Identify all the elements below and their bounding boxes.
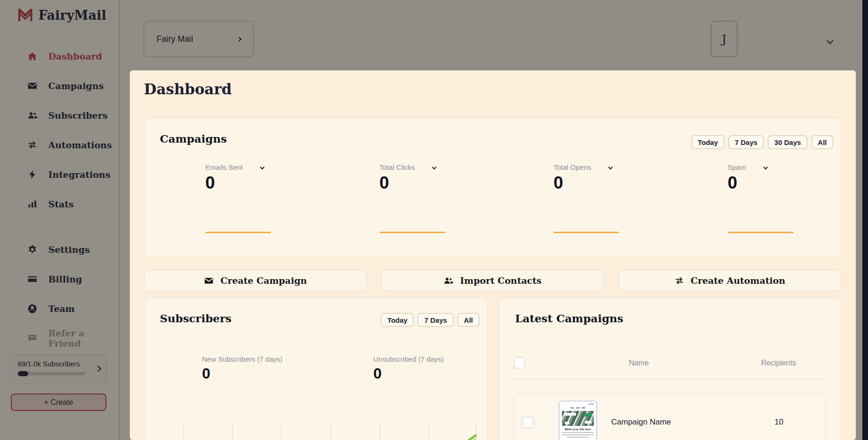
fairymail-logo-icon	[16, 6, 35, 24]
window-edge-strip	[862, 0, 868, 440]
subscriber-usage-progressbar	[18, 372, 85, 375]
stat-value: 0	[554, 173, 667, 193]
filter-all-button[interactable]: All	[811, 135, 833, 149]
bolt-icon	[27, 169, 37, 180]
sidebar-item-label: Dashboard	[48, 51, 102, 61]
filter-7days-button[interactable]: 7 Days	[728, 135, 764, 149]
avatar-initial: J	[722, 32, 726, 46]
filter-30days-button[interactable]: 30 Days	[768, 135, 808, 149]
sidebar-item-label: Refer a Friend	[48, 328, 119, 349]
sidebar-item-label: Stats	[48, 199, 74, 209]
person-icon	[27, 303, 37, 314]
campaign-thumbnail: Write your title here	[559, 401, 597, 440]
stat-value: 0	[205, 173, 319, 193]
metric-chevron-down-icon[interactable]	[432, 165, 437, 170]
gear-icon	[27, 244, 37, 255]
chevron-right-icon	[237, 37, 242, 41]
sidebar-section-gap	[0, 223, 119, 239]
create-automation-button[interactable]: Create Automation	[618, 270, 841, 291]
stat-value: 0	[728, 173, 841, 193]
main-content-panel: Dashboard Campaigns Today 7 Days 30 Days…	[130, 70, 856, 440]
stat-label: Total Clicks	[380, 163, 415, 171]
sidebar-item-label: Settings	[48, 244, 90, 255]
subscriber-usage-label: 69/1.0k Subscribers	[18, 360, 100, 368]
sidebar-item-refer-a-friend[interactable]: Refer a Friend	[0, 328, 119, 349]
campaign-recipients: 10	[751, 417, 807, 427]
campaigns-card-title: Campaigns	[160, 132, 227, 145]
subscribers-chart	[156, 416, 477, 440]
brand-logo[interactable]: FairyMail	[16, 6, 106, 24]
credit-card-icon	[27, 274, 37, 284]
table-divider	[514, 379, 828, 379]
column-header-name: Name	[611, 359, 667, 367]
sidebar-item-label: Team	[48, 303, 75, 314]
sidebar: FairyMail Dashboard Campaigns Subscriber…	[0, 0, 120, 440]
filter-7days-button[interactable]: 7 Days	[418, 313, 453, 327]
action-label: Create Campaign	[220, 275, 307, 286]
metric-chevron-down-icon[interactable]	[608, 165, 613, 170]
filter-today-button[interactable]: Today	[691, 135, 725, 149]
account-menu-chevron-down-icon[interactable]	[827, 38, 833, 44]
create-campaign-button[interactable]: Create Campaign	[144, 270, 367, 291]
workspace-selector[interactable]: Fairy Mail	[143, 21, 254, 57]
sidebar-item-label: Subscribers	[48, 110, 107, 121]
sidebar-item-team[interactable]: Team	[0, 298, 119, 319]
stat-value: 0	[202, 365, 316, 382]
sidebar-item-campaigns[interactable]: Campaigns	[0, 76, 119, 96]
metric-chevron-down-icon[interactable]	[260, 165, 265, 170]
stat-label: Unsubscribed (7 days)	[374, 355, 487, 363]
sidebar-nav: Dashboard Campaigns Subscribers Automati…	[0, 46, 119, 357]
subscriber-usage-widget[interactable]: 69/1.0k Subscribers	[10, 355, 107, 384]
create-button[interactable]: + Create	[11, 394, 106, 411]
sidebar-item-subscribers[interactable]: Subscribers	[0, 105, 119, 126]
sidebar-item-label: Campaigns	[48, 81, 104, 91]
thumbnail-title-text: Write your title here	[562, 428, 594, 431]
stat-emails-sent: Emails Sent 0	[144, 163, 319, 233]
thumbnail-hero-image	[562, 411, 594, 426]
campaigns-table-header: Name Recipients	[514, 357, 826, 369]
filter-all-button[interactable]: All	[457, 313, 479, 327]
stat-unsubscribed: Unsubscribed (7 days) 0	[316, 355, 487, 382]
subscribers-card-title: Subscribers	[160, 312, 232, 325]
users-icon	[27, 110, 37, 121]
sidebar-item-billing[interactable]: Billing	[0, 269, 119, 289]
chat-bubble-icon	[27, 333, 37, 343]
campaign-row[interactable]: Write your title here Campaign Name 10	[514, 393, 826, 440]
stat-label: New Subscribers (7 days)	[202, 355, 316, 363]
import-contacts-button[interactable]: Import Contacts	[381, 270, 604, 291]
sidebar-item-stats[interactable]: Stats	[0, 194, 119, 214]
sidebar-item-label: Automations	[48, 140, 112, 150]
envelope-icon	[27, 81, 37, 91]
sidebar-item-settings[interactable]: Settings	[0, 239, 119, 260]
sidebar-item-integrations[interactable]: Integrations	[0, 164, 119, 185]
row-checkbox[interactable]	[522, 417, 534, 428]
stat-underline	[554, 232, 619, 233]
subscribers-card: Subscribers Today 7 Days All New Subscri…	[144, 297, 487, 440]
campaigns-stats-row: Emails Sent 0 Total Clicks 0	[144, 163, 841, 233]
create-button-label: + Create	[44, 398, 73, 407]
sidebar-item-automations[interactable]: Automations	[0, 135, 119, 155]
campaign-name: Campaign Name	[611, 417, 671, 427]
automation-arrows-icon	[27, 140, 37, 150]
column-header-recipients: Recipients	[750, 359, 807, 367]
brand-name: FairyMail	[38, 8, 106, 23]
filter-today-button[interactable]: Today	[381, 313, 414, 327]
stat-value: 0	[380, 173, 493, 193]
stat-new-subscribers: New Subscribers (7 days) 0	[144, 355, 316, 382]
subscriber-usage-progress-fill	[18, 371, 28, 376]
avatar[interactable]: J	[711, 21, 738, 57]
sidebar-item-dashboard[interactable]: Dashboard	[0, 46, 119, 67]
action-label: Create Automation	[691, 275, 786, 286]
metric-chevron-down-icon[interactable]	[763, 165, 768, 170]
users-icon	[443, 276, 453, 286]
stat-underline	[205, 232, 271, 233]
stat-underline	[380, 232, 445, 233]
select-all-checkbox[interactable]	[514, 357, 525, 369]
page-title: Dashboard	[144, 81, 232, 98]
campaigns-filters: Today 7 Days 30 Days All	[691, 135, 833, 149]
stat-label: Emails Sent	[205, 163, 243, 171]
latest-campaigns-card: Latest Campaigns Name Recipients Write y…	[499, 297, 841, 440]
stat-total-opens: Total Opens 0	[493, 163, 667, 233]
sidebar-item-label: Integrations	[48, 169, 110, 180]
workspace-name: Fairy Mail	[157, 34, 193, 44]
